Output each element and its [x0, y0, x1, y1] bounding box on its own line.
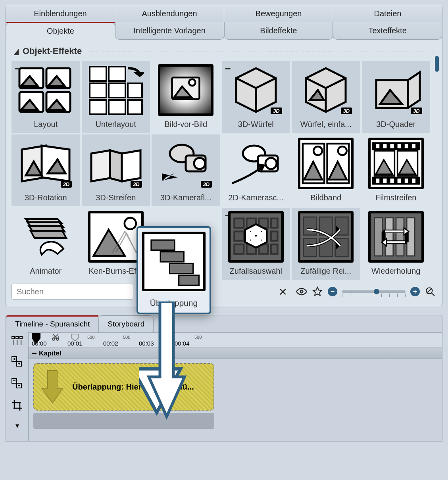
film-thumb	[368, 138, 424, 189]
svg-rect-51	[412, 179, 415, 183]
effect-bild-vor-bild[interactable]: Bild-vor-Bild	[152, 61, 220, 133]
clear-search-icon[interactable]: ✕	[279, 286, 287, 298]
zoom-in-button[interactable]: +	[410, 287, 420, 296]
time-label: 00:04	[175, 340, 190, 347]
tool-crop-icon[interactable]	[11, 399, 23, 414]
subtick: 500	[52, 335, 59, 340]
effect-label: Wiederholung	[371, 267, 420, 276]
tab-row-2: Objekte Intelligente Vorlagen Bildeffekt…	[6, 23, 442, 40]
svg-rect-42	[390, 144, 394, 148]
tab-dateien[interactable]: Dateien	[333, 5, 442, 22]
divider-dots	[89, 50, 435, 52]
effect-label: Unterlayout	[96, 120, 136, 129]
badge-3d: 3D	[131, 181, 142, 188]
effect-zufaellige-reihenfolge[interactable]: Zufällige Rei...	[292, 208, 360, 280]
scrollbar-thumb[interactable]	[435, 56, 439, 72]
svg-point-89	[300, 290, 303, 293]
svg-marker-26	[122, 150, 140, 181]
animator-thumb	[18, 211, 73, 263]
chapter-collapse-icon[interactable]: −	[32, 348, 37, 359]
zoom-out-button[interactable]: −	[328, 287, 337, 296]
effect-wuerfel-einfach[interactable]: 3D Würfel, einfa...	[292, 61, 360, 133]
tab-texteffekte[interactable]: Texteffekte	[333, 22, 442, 40]
tool-expand-icon[interactable]: ▾	[15, 421, 19, 430]
tab-einblendungen[interactable]: Einblendungen	[6, 5, 115, 22]
drop-arrow-icon	[40, 369, 64, 405]
effect-label: Animator	[30, 267, 62, 276]
chapter-header[interactable]: − Kapitel	[29, 348, 442, 359]
svg-marker-25	[110, 150, 122, 181]
badge-3d: 3D	[61, 181, 72, 188]
svg-rect-46	[376, 179, 379, 183]
drag-preview-ueberlappung[interactable]: Überlappung	[137, 226, 211, 314]
timeline-ruler[interactable]: 00:00 500 00:01 500 00:02 500 00:03 500 …	[29, 333, 442, 348]
zoom-slider[interactable]	[342, 290, 406, 293]
effect-3d-wuerfel[interactable]: − 3D 3D-Würfel	[222, 61, 290, 133]
svg-rect-4	[90, 67, 106, 81]
svg-line-93	[427, 288, 432, 293]
svg-rect-102	[20, 336, 22, 339]
empty-track[interactable]	[33, 413, 214, 429]
svg-marker-6	[136, 73, 144, 76]
visibility-eye-icon[interactable]	[296, 286, 307, 297]
effect-animator[interactable]: Animator	[12, 208, 80, 280]
tab-bewegungen[interactable]: Bewegungen	[224, 5, 333, 22]
effect-3d-rotation[interactable]: 3D 3D-Rotation	[12, 134, 80, 206]
tool-remove-tracks-icon[interactable]	[11, 378, 23, 392]
effect-3d-streifen[interactable]: 3D 3D-Streifen	[82, 134, 150, 206]
effect-unterlayout[interactable]: Unterlayout	[82, 61, 150, 133]
tab-storyboard[interactable]: Storyboard	[98, 315, 154, 332]
svg-rect-44	[405, 144, 408, 148]
svg-rect-101	[16, 336, 18, 339]
zoom-reset-icon[interactable]	[425, 286, 436, 297]
quader-thumb: 3D	[368, 64, 424, 116]
tool-add-tracks-icon[interactable]	[11, 356, 23, 371]
timeline-drop-zone[interactable]: Überlappung: Hier Bilder einfü...	[33, 363, 214, 411]
rotation-thumb: 3D	[18, 138, 73, 189]
section-header[interactable]: ◢ Objekt-Effekte	[6, 40, 442, 60]
tab-timeline-spuransicht[interactable]: Timeline - Spuransicht	[6, 315, 99, 332]
time-label: 00:02	[103, 340, 118, 347]
effect-bildband[interactable]: Bildband	[292, 134, 360, 206]
svg-rect-49	[397, 179, 401, 183]
svg-rect-78	[304, 239, 317, 257]
toolbar: ✕ − +	[12, 284, 436, 300]
effect-label: 2D-Kamerasc...	[228, 193, 283, 202]
svg-rect-85	[396, 218, 404, 256]
effect-3d-quader[interactable]: 3D 3D-Quader	[362, 61, 431, 133]
effect-layout[interactable]: − Layout	[12, 61, 80, 133]
svg-point-74	[260, 239, 263, 242]
effect-filmstreifen[interactable]: Filmstreifen	[362, 134, 431, 206]
search-input[interactable]	[12, 284, 133, 300]
badge-3d: 3D	[201, 181, 212, 188]
tab-intelligente-vorlagen[interactable]: Intelligente Vorlagen	[115, 22, 224, 40]
svg-point-36	[313, 146, 322, 155]
svg-line-92	[431, 293, 435, 296]
effect-label: Bildband	[310, 193, 341, 202]
effect-wiederholung[interactable]: Wiederholung	[362, 208, 431, 280]
effect-3d-kameraflug[interactable]: 3D 3D-Kamerafl...	[152, 134, 220, 206]
tool-tracks-icon[interactable]	[11, 336, 23, 349]
subtick: 500	[123, 335, 130, 340]
tab-row-1: Einblendungen Ausblendungen Bewegungen D…	[6, 5, 442, 23]
svg-rect-7	[90, 83, 106, 98]
svg-point-72	[260, 230, 263, 233]
effect-2d-kameraschwenk[interactable]: 2D-Kamerasc...	[222, 134, 290, 206]
collapse-triangle-icon[interactable]: ◢	[14, 47, 19, 56]
favorite-star-icon[interactable]	[312, 286, 323, 297]
shuffle-thumb	[298, 211, 354, 263]
dropzone-text: Überlappung: Hier Bilder einfü...	[72, 382, 194, 392]
svg-rect-41	[383, 144, 386, 148]
kamera2d-thumb	[228, 138, 284, 189]
bildband-thumb	[298, 138, 354, 189]
kenburns-thumb	[88, 211, 144, 263]
effect-zufallsauswahl[interactable]: − Zufallsauswahl	[222, 208, 290, 280]
tab-objekte[interactable]: Objekte	[6, 22, 115, 40]
tab-bildeffekte[interactable]: Bildeffekte	[224, 22, 333, 40]
ueberlappung-thumb	[142, 232, 206, 291]
svg-rect-97	[179, 275, 199, 285]
badge-3d: 3D	[341, 108, 352, 114]
svg-point-70	[254, 234, 258, 238]
tab-ausblendungen[interactable]: Ausblendungen	[115, 5, 224, 22]
zufall-thumb	[228, 211, 284, 263]
